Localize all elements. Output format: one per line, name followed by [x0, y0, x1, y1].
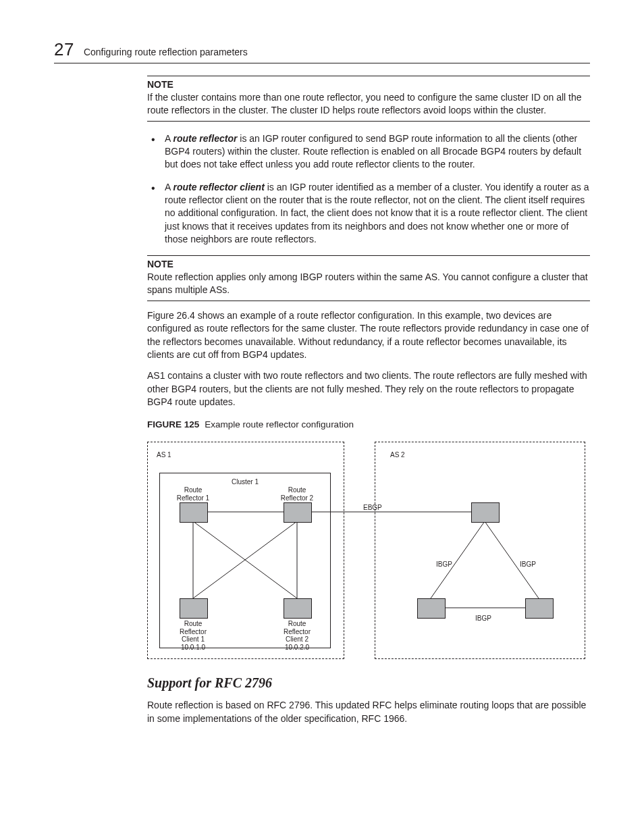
bullet-item: A route reflector is an IGP router confi… [147, 132, 590, 172]
paragraph: AS1 contains a cluster with two route re… [147, 369, 590, 409]
svg-line-7 [485, 521, 539, 598]
heading-rfc2796: Support for RFC 2796 [147, 675, 590, 691]
note-rule-bottom [147, 121, 590, 122]
bullet-pre: A [165, 182, 173, 192]
svg-line-6 [431, 521, 485, 598]
node-rr1 [180, 502, 208, 523]
node-rr2 [284, 502, 312, 523]
note-label: NOTE [147, 79, 590, 90]
node-rrc1 [180, 598, 208, 619]
paragraph: Figure 26.4 shows an example of a route … [147, 309, 590, 361]
label-ibgp-l: IBGP [436, 561, 452, 569]
label-as2: AS 2 [390, 451, 405, 459]
label-cluster: Cluster 1 [221, 478, 269, 486]
header-rule [54, 63, 590, 63]
note-body: Route reflection applies only among IBGP… [147, 271, 590, 296]
node-as2-bl [417, 598, 446, 619]
label-rrc2: Route Reflector Client 2 10.0.2.0 [278, 620, 316, 651]
term-route-reflector: route reflector [173, 133, 237, 144]
node-as2-top [471, 502, 500, 523]
label-as1: AS 1 [157, 451, 171, 459]
figure-title: Example route reflector configuration [205, 419, 354, 429]
bullet-list: A route reflector is an IGP router confi… [147, 132, 590, 246]
diagram-lines [147, 442, 584, 658]
page-header: 27 Configuring route reflection paramete… [54, 39, 590, 60]
paragraph: Route reflection is based on RFC 2796. T… [147, 699, 590, 725]
label-ibgp-r: IBGP [520, 561, 536, 569]
body-column: NOTE If the cluster contains more than o… [147, 76, 590, 246]
note-label: NOTE [147, 259, 590, 269]
label-rrc1: Route Reflector Client 1 10.0.1.0 [174, 620, 212, 651]
figure-caption: FIGURE 125Example route reflector config… [147, 419, 590, 429]
figure-diagram: AS 1 AS 2 Cluster 1 Route Reflector 1 Ro… [147, 442, 584, 658]
label-ibgp-b: IBGP [475, 615, 491, 623]
bullet-pre: A [165, 133, 173, 144]
label-ebgp: EBGP [363, 504, 382, 512]
note-rule-top [147, 255, 590, 256]
node-rrc2 [284, 598, 312, 619]
note-rule-top [147, 76, 590, 76]
label-rr1: Route Reflector 1 [174, 486, 212, 502]
note-body: If the cluster contains more than one ro… [147, 91, 590, 117]
chapter-title: Configuring route reflection parameters [84, 47, 248, 57]
label-rr2: Route Reflector 2 [278, 486, 316, 502]
note-rule-bottom [147, 301, 590, 301]
figure-number: FIGURE 125 [147, 419, 199, 429]
bullet-item: A route reflector client is an IGP route… [147, 181, 590, 246]
term-route-reflector-client: route reflector client [173, 182, 264, 192]
chapter-number: 27 [54, 39, 74, 60]
node-as2-br [525, 598, 554, 619]
